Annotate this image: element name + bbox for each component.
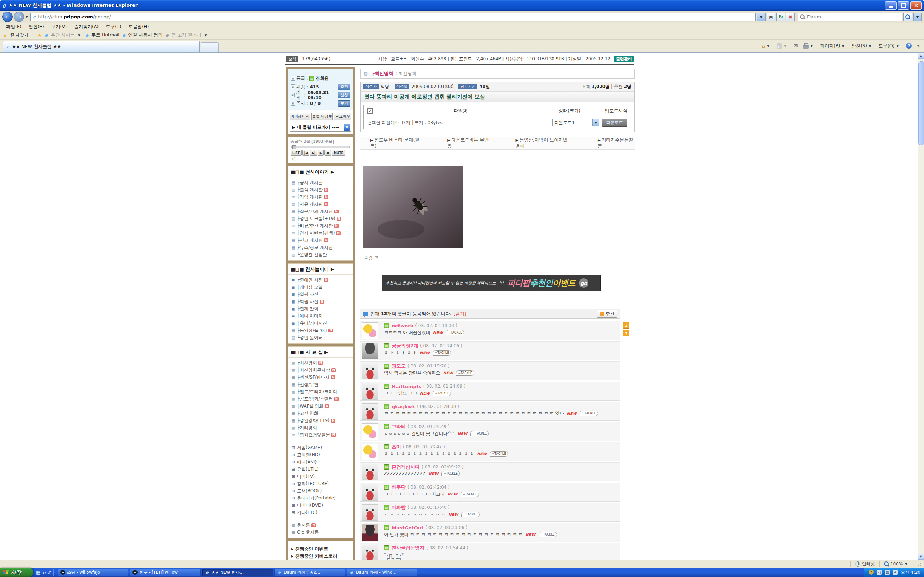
minimize-button[interactable] [885, 2, 897, 10]
menu-item[interactable]: 도움말(H) [125, 23, 152, 30]
tackle-button[interactable]: =TACKLE [446, 330, 464, 335]
tackle-button[interactable]: =TACKLE [580, 411, 598, 416]
history-dropdown-icon[interactable]: ▼ [26, 15, 28, 19]
sidebar-board-item[interactable]: └영화요청및질문 N [288, 431, 353, 438]
page-scrollbar[interactable]: ▲ ▼ [918, 53, 924, 560]
comment-author[interactable]: gkagkwk [392, 404, 415, 409]
sidebar-board-item[interactable]: ┌공지 게시판 [288, 179, 353, 186]
chevron-down-icon[interactable]: ▼ [592, 119, 599, 126]
chevron-down-icon[interactable]: ▼ [205, 34, 207, 37]
tackle-button[interactable]: =TACKLE [433, 390, 451, 396]
sidebar-trash-item[interactable]: 휴지통 N [288, 521, 353, 529]
comment-author[interactable]: 초미 [392, 443, 401, 450]
sidebar-board-item[interactable]: ├애니 이미지 [288, 312, 353, 319]
expand-icon[interactable] [291, 453, 296, 457]
expand-icon[interactable] [291, 445, 296, 450]
profile-link-button[interactable]: 마이페이지 [290, 113, 310, 121]
ie-quick-launch-icon[interactable]: e [43, 570, 45, 575]
overflow-chevron[interactable]: » [917, 43, 920, 49]
sidebar-category-item[interactable]: 디비디(DVD) [288, 501, 353, 509]
sidebar-board-item[interactable]: ├신고 게시판 N [288, 237, 353, 244]
address-bar[interactable]: e http://club.pdpop.com/pdpop/ [30, 13, 756, 21]
profile-row-button[interactable]: 보기 [338, 100, 351, 107]
security-shield-icon[interactable]: ! [869, 570, 874, 575]
event-link[interactable]: 진행중인 커버스토리 [291, 553, 350, 559]
player-button[interactable]: ■ [325, 150, 331, 156]
new-tab-button[interactable] [201, 42, 219, 52]
download-button[interactable]: 다운로드 [602, 119, 627, 127]
sidebar-board-item[interactable]: ├유머/기타사진 [288, 319, 353, 327]
menu-item[interactable]: 파일(F) [3, 23, 24, 30]
chevron-down-icon[interactable]: ▼ [78, 34, 81, 37]
sidebar-board-item[interactable]: ├고전 영화 [288, 410, 353, 417]
sidebar-board-item[interactable]: ├기타영화 [288, 424, 353, 431]
sidebar-board-item[interactable]: ├최신영화무자막 N [288, 366, 353, 374]
profile-link-button[interactable]: 로그아웃 [334, 113, 351, 121]
faq-link[interactable]: 동영상,자막이 보이지않을때 [516, 137, 572, 149]
comment-author[interactable]: 천사클럽운영자 [392, 545, 425, 551]
player-button[interactable]: ▶ [318, 150, 324, 156]
sidebar-board-item[interactable]: └성인 놀이터 [288, 334, 353, 341]
mail-icon[interactable]: ✉ [794, 43, 798, 49]
expand-icon[interactable] [291, 474, 296, 479]
sidebar-board-item[interactable]: ┌최신영화 N [288, 359, 353, 366]
expand-icon[interactable] [291, 460, 296, 464]
sidebar-board-item[interactable]: ├전쟁/무협 [288, 381, 353, 388]
menu-item[interactable]: 즐겨찾기(A) [71, 23, 102, 30]
sidebar-board-item[interactable]: ├천사 이벤트(진행) N [288, 229, 353, 237]
sidebar-board-item[interactable]: ┌연예인 사진 N [288, 276, 353, 284]
sidebar-category-item[interactable]: 애니(ANI) [288, 458, 353, 466]
stop-button[interactable]: × [786, 13, 795, 21]
search-input[interactable] [806, 14, 900, 20]
refresh-button[interactable]: ↻ [776, 13, 785, 21]
profile-row-button[interactable]: 충전 [338, 84, 351, 90]
sidebar-board-item[interactable]: ├질문/건의 게시판 N [288, 208, 353, 215]
player-button[interactable]: MUTE [332, 150, 345, 156]
scroll-up-button[interactable]: ▲ [623, 322, 630, 329]
sidebar-board-item[interactable]: ├성인영화(+19) N [288, 417, 353, 424]
download-select[interactable]: 다운로드1 ▼ [552, 119, 599, 126]
tackle-button[interactable]: =TACKLE [538, 532, 557, 537]
sidebar-category-item[interactable]: 게임(GAME) [288, 444, 353, 451]
search-go-button[interactable] [903, 13, 912, 21]
add-favorite-icon[interactable]: ★ [37, 32, 42, 38]
sidebar-board-item[interactable]: ├멜로/드라마/코미디 [288, 388, 353, 395]
home-icon[interactable]: ⌂ [762, 43, 765, 49]
chevron-down-icon[interactable]: ▼ [344, 124, 350, 131]
sidebar-category-item[interactable]: 기타(ETC) [288, 509, 353, 516]
task-button[interactable]: Daum 카페 | ★알... [274, 569, 345, 576]
expand-icon[interactable] [291, 482, 296, 486]
profile-row-button[interactable]: 신청 [338, 92, 351, 98]
chevron-down-icon[interactable]: ▼ [811, 44, 813, 48]
sidebar-board-item[interactable]: ├출석 게시판 N [288, 186, 353, 193]
sidebar-board-item[interactable]: ├연재 만화 [288, 305, 353, 312]
start-button[interactable]: 시작 [0, 567, 33, 577]
sidebar-board-item[interactable]: ├얼짱 사진 [288, 291, 353, 298]
comment-author[interactable]: 땡도도 [392, 363, 406, 369]
sidebar-board-item[interactable]: ├공포/범죄/스릴러 N [288, 395, 353, 403]
event-link[interactable]: 진행중인 이벤트 [291, 546, 350, 552]
quick-launch-icon[interactable]: ▦ [36, 570, 40, 575]
tackle-button[interactable]: =TACKLE [470, 431, 489, 436]
menu-item[interactable]: 편집(E) [25, 23, 47, 30]
hotmail-link[interactable]: 무료 Hotmail [91, 32, 120, 38]
player-button[interactable]: LIST [291, 150, 302, 156]
banner-go-button[interactable]: go [579, 279, 588, 288]
menu-item[interactable]: 도구(T) [102, 23, 124, 30]
chevron-down-icon[interactable]: ▼ [767, 44, 769, 48]
sidebar-category-item[interactable]: 휴대기기(Portable) [288, 495, 353, 501]
comment-author[interactable]: 공공의젓2개 [392, 343, 418, 349]
sidebar-board-item[interactable]: └운영진 신청란 [288, 251, 353, 258]
faq-link[interactable]: 다운로드버튼 무반응 [447, 137, 489, 149]
zoom-control[interactable]: 100% ▼ [884, 561, 909, 567]
customize-links-link[interactable]: 연결 사용자 정의 [128, 32, 162, 38]
maximize-button[interactable] [898, 2, 909, 10]
tackle-button[interactable]: =TACKLE [441, 471, 460, 476]
tackle-button[interactable]: =TACKLE [460, 492, 479, 496]
safety-menu[interactable]: 안전(S)▼ [851, 43, 874, 49]
comments-close-link[interactable]: [닫기] [454, 311, 466, 317]
rss-icon[interactable] [777, 43, 782, 49]
expand-icon[interactable] [291, 467, 296, 472]
menu-item[interactable]: 보기(V) [48, 23, 70, 30]
comment-author[interactable]: MustGetOut [392, 525, 423, 530]
